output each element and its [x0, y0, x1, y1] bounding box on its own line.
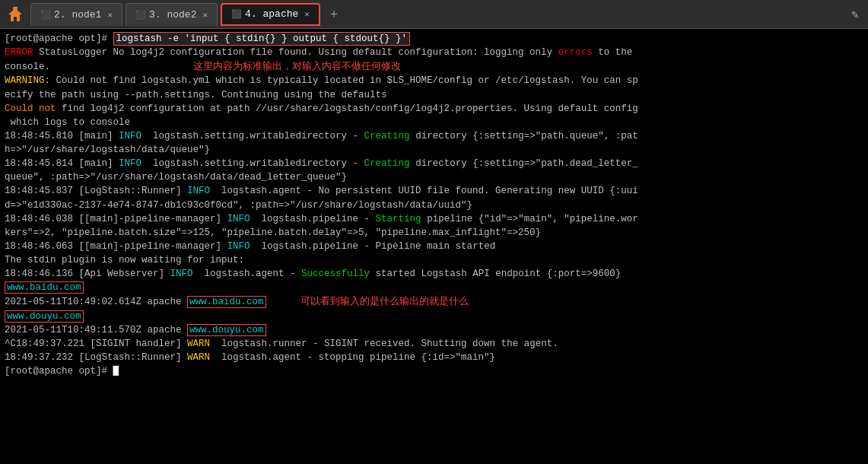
tab-node1[interactable]: ⬛ 2. node1 ✕ [30, 3, 122, 26]
log-line6: 18:48:46.136 [Api Webserver] [5, 269, 170, 279]
log-line4: 18:48:46.038 [[main]-pipeline-manager] [5, 214, 227, 224]
stopping-text: logstash.agent - stopping pipeline {:id=… [210, 352, 495, 363]
tab2-close[interactable]: ✕ [202, 10, 208, 20]
log-line3: 18:48:45.837 [LogStash::Runner] [5, 186, 187, 196]
tab2-label: 3. node2 [149, 9, 196, 21]
log-line2b: logstash.setting.writabledirectory - [141, 158, 364, 169]
tab3-icon: ⬛ [231, 9, 242, 19]
cursor: █ [113, 366, 119, 377]
creating2: Creating [364, 158, 410, 169]
info5: INFO [227, 241, 250, 252]
sigint-text: logstash.runner - SIGINT received. Shutt… [210, 338, 558, 349]
tab-apache[interactable]: ⬛ 4. apache ✕ [221, 3, 320, 26]
annotation2-text: 可以看到输入的是什么输出的就是什么 [300, 295, 469, 307]
info1: INFO [119, 131, 141, 141]
warn2: WARN [187, 352, 210, 363]
error-text: StatusLogger No log4j2 configuration fil… [33, 47, 558, 58]
edit-icon[interactable]: ✎ [845, 4, 865, 25]
baidu-output-line: 2021-05-11T10:49:02.614Z apache [5, 297, 187, 307]
creating1: Creating [364, 131, 410, 141]
stdin-wait: The stdin plugin is now waiting for inpu… [5, 255, 244, 265]
warn1: WARN [187, 338, 210, 349]
tab1-icon: ⬛ [40, 10, 51, 20]
successfully: Successfully [301, 269, 370, 279]
log-line1b: logstash.setting.writabledirectory - [141, 131, 364, 141]
tab1-label: 2. node1 [54, 9, 101, 21]
sigint-line: ^C18:49:37.221 [SIGINT handler] [5, 338, 187, 349]
log-line6c: started Logstash API endpoint {:port=>96… [370, 269, 621, 279]
tab2-icon: ⬛ [135, 10, 146, 20]
info4: INFO [227, 214, 250, 224]
log-line6b: logstash.agent - [193, 269, 302, 279]
starting: Starting [376, 214, 421, 224]
info2: INFO [119, 158, 141, 169]
annotation2 [266, 297, 300, 307]
info6: INFO [170, 269, 193, 279]
tab-bar-left: ⬛ 2. node1 ✕ ⬛ 3. node2 ✕ ⬛ 4. apache ✕ … [3, 2, 345, 27]
log-line5b: logstash.pipeline - Pipeline main starte… [250, 241, 496, 252]
terminal-window[interactable]: [root@apache opt]# logstash -e 'input { … [0, 29, 868, 464]
couldnot-line: Could not [5, 103, 56, 114]
url-douyu-output: www.douyu.com [187, 324, 266, 336]
prompt-final: [root@apache opt]# [5, 366, 113, 377]
url-douyu-input: www.douyu.com [5, 310, 84, 323]
info3: INFO [187, 186, 210, 196]
url-baidu-output: www.baidu.com [187, 296, 266, 308]
douyu-output-line: 2021-05-11T10:49:11.570Z apache [5, 325, 187, 335]
warning-line: WARNING [5, 75, 45, 86]
command-highlight: logstash -e 'input { stdin{} } output { … [113, 32, 411, 46]
tab-bar-right: ✎ [845, 4, 865, 25]
error-line: ERROR [5, 47, 33, 58]
stopping-line: 18:49:37.232 [LogStash::Runner] [5, 352, 187, 363]
tab-bar: ⬛ 2. node1 ✕ ⬛ 3. node2 ✕ ⬛ 4. apache ✕ … [0, 0, 868, 29]
log-line1: 18:48:45.810 [main] [5, 131, 119, 141]
home-icon[interactable] [3, 2, 27, 27]
prompt-line1: [root@apache opt]# [5, 33, 113, 44]
tab3-close[interactable]: ✕ [304, 9, 310, 19]
tab-node2[interactable]: ⬛ 3. node2 ✕ [126, 3, 218, 26]
url-baidu-input: www.baidu.com [5, 281, 84, 294]
couldnot-text: find log4j2 configuration at path //usr/… [5, 103, 638, 128]
svg-marker-0 [8, 8, 22, 21]
log-line5: 18:48:46.063 [[main]-pipeline-manager] [5, 241, 227, 252]
tab1-close[interactable]: ✕ [107, 10, 113, 20]
warning-text: : Could not find logstash.yml which is t… [5, 75, 638, 100]
annotation1: 这里内容为标准输出，对输入内容不做任何修改 [193, 60, 401, 72]
tab3-label: 4. apache [245, 8, 298, 20]
add-tab-button[interactable]: ＋ [323, 4, 345, 25]
svg-rect-1 [13, 7, 17, 10]
log-line2: 18:48:45.814 [main] [5, 158, 119, 169]
log-line4b: logstash.pipeline - [250, 214, 376, 224]
error-word: errors [558, 47, 593, 58]
